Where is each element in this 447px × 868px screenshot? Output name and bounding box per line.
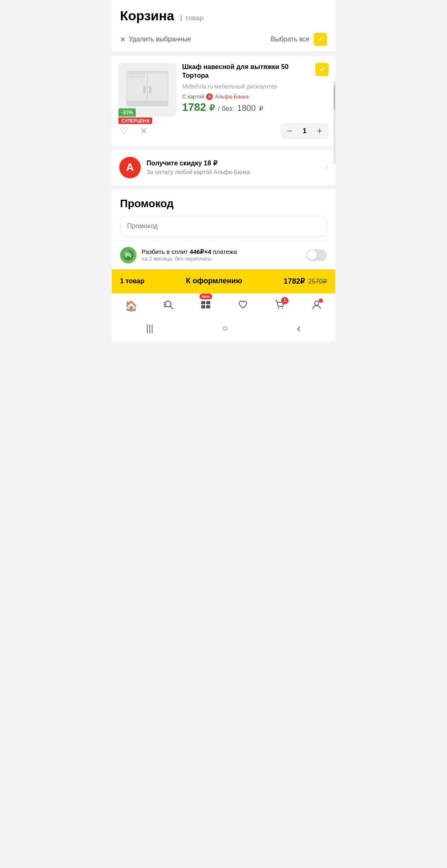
price-currency: ₽	[209, 103, 215, 113]
delete-label: Удалить выбранные	[129, 36, 191, 43]
price-separator: / без:	[218, 105, 234, 112]
svg-rect-6	[129, 73, 145, 74]
split-logo	[120, 247, 137, 263]
alfa-logo: А	[206, 93, 213, 100]
price-old-currency: ₽	[259, 105, 263, 112]
item-count: 1 товар	[179, 14, 204, 22]
promo-input[interactable]	[120, 216, 327, 237]
quantity-value: 1	[299, 127, 310, 135]
page-title: Корзина	[120, 8, 174, 24]
nav-profile[interactable]	[307, 298, 326, 314]
checkout-label: К оформлению	[186, 277, 242, 285]
checkout-count: 1 товар	[120, 277, 144, 285]
alfa-bank-row: С картой А Альфа-Банка	[182, 93, 329, 100]
price-row: 1782 ₽ / без: 1800 ₽	[182, 101, 329, 114]
checkout-price-new: 1782₽	[284, 277, 305, 286]
product-info: Шкаф навесной для вытяжки 50 Тортора Meb…	[182, 63, 329, 120]
profile-icon	[311, 299, 322, 313]
quantity-increase-button[interactable]: +	[310, 123, 329, 139]
alfa-promo-logo: А	[119, 157, 141, 178]
chevron-right-icon: ›	[325, 163, 328, 172]
split-toggle[interactable]	[306, 249, 327, 261]
android-bar: ||| ○ ‹	[112, 317, 335, 342]
alfa-promo-title: Получите скидку 18 ₽	[147, 159, 319, 167]
delete-icon: ✕	[120, 36, 125, 43]
product-seller: MebelVia.ru мебельный дискаунтер	[182, 83, 329, 90]
nav-search[interactable]	[159, 298, 178, 314]
price-old: 1800	[237, 103, 256, 113]
actions-bar: ✕ Удалить выбранные Выбрать все ✓	[112, 29, 335, 52]
alfa-prefix: С картой	[182, 93, 204, 100]
svg-rect-2	[143, 86, 146, 93]
svg-point-18	[278, 307, 279, 308]
home-icon: 🏠	[125, 300, 137, 312]
svg-line-10	[170, 306, 173, 309]
svg-point-19	[281, 307, 283, 308]
product-image: -31% СУПЕРЦЕНА	[118, 63, 176, 117]
cart-icon: 1	[274, 299, 285, 313]
recent-apps-button[interactable]: |||	[146, 323, 153, 334]
favorites-icon	[238, 299, 248, 313]
svg-rect-15	[206, 301, 210, 304]
svg-rect-4	[127, 101, 168, 106]
split-bar: Разбить в сплит 446₽×4 платежа на 2 меся…	[112, 241, 335, 269]
promo-title: Промокод	[120, 197, 327, 210]
cabinet-illustration	[123, 67, 172, 112]
bottom-nav: 🏠 New	[112, 293, 335, 317]
superprice-badge: СУПЕРЦЕНА	[118, 117, 152, 124]
svg-rect-14	[201, 301, 205, 304]
cart-badge: 1	[281, 297, 288, 304]
checkout-price-old: 2570₽	[308, 277, 327, 285]
price-main: 1782	[182, 101, 206, 114]
split-subtitle: на 2 месяца, без переплаты	[142, 256, 301, 262]
search-icon	[163, 299, 174, 313]
scroll-indicator	[334, 81, 335, 164]
checkout-prices: 1782₽ 2570₽	[284, 277, 327, 286]
action-icons: ♡ ✕	[118, 124, 149, 138]
toggle-knob	[307, 250, 317, 260]
nav-cart[interactable]: 1	[270, 298, 289, 314]
catalog-icon	[200, 299, 211, 313]
quantity-control: − 1 +	[281, 123, 329, 139]
discount-badge: -31%	[118, 108, 136, 117]
profile-badge	[319, 299, 323, 303]
svg-rect-3	[149, 86, 151, 93]
select-all-checkbox[interactable]: ✓	[314, 33, 327, 46]
alfa-bank-name: Альфа-Банка	[215, 93, 248, 100]
alfa-promo-card[interactable]: А Получите скидку 18 ₽ За оплату любой к…	[112, 150, 335, 185]
promo-section: Промокод	[112, 189, 335, 241]
svg-rect-7	[129, 76, 145, 77]
split-text: Разбить в сплит 446₽×4 платежа на 2 меся…	[142, 248, 301, 262]
svg-rect-16	[201, 305, 205, 308]
favorite-button[interactable]: ♡	[118, 124, 130, 138]
nav-favorites[interactable]	[233, 298, 252, 314]
nav-catalog[interactable]: New	[196, 298, 215, 314]
svg-rect-17	[206, 305, 210, 308]
product-checkbox[interactable]: ✓	[315, 63, 329, 76]
alfa-promo-subtitle: За оплату любой картой Альфа-Банка	[147, 168, 319, 176]
back-button[interactable]: ‹	[297, 322, 300, 335]
quantity-decrease-button[interactable]: −	[281, 123, 299, 139]
alfa-promo-text: Получите скидку 18 ₽ За оплату любой кар…	[147, 159, 319, 176]
remove-button[interactable]: ✕	[138, 124, 149, 138]
delete-selected-button[interactable]: ✕ Удалить выбранные	[120, 36, 191, 43]
nav-home[interactable]: 🏠	[121, 299, 142, 313]
product-title: Шкаф навесной для вытяжки 50 Тортора	[182, 63, 329, 80]
catalog-new-badge: New	[199, 294, 212, 299]
svg-point-20	[315, 301, 319, 305]
header: Корзина 1 товар	[112, 0, 335, 29]
split-title: Разбить в сплит 446₽×4 платежа	[142, 248, 301, 256]
select-all-button[interactable]: Выбрать все ✓	[271, 33, 327, 46]
select-all-label: Выбрать все	[271, 36, 310, 43]
scroll-thumb	[334, 85, 335, 110]
product-card: -31% СУПЕРЦЕНА Шкаф навесной для вытяжки…	[112, 56, 335, 146]
home-button[interactable]: ○	[222, 323, 228, 334]
checkout-bar[interactable]: 1 товар К оформлению 1782₽ 2570₽	[112, 269, 335, 293]
